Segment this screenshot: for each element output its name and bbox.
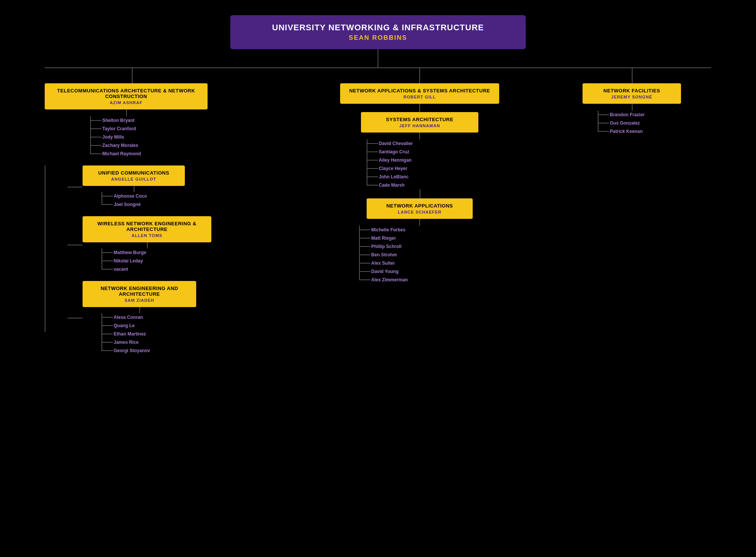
net-eng-name: SAM ZIADEH xyxy=(89,298,190,303)
left-branch: TELECOMMUNICATIONS ARCHITECTURE & NETWOR… xyxy=(45,68,257,355)
staff-item: Quang Le xyxy=(114,321,150,330)
staff-name: Quang Le xyxy=(114,322,134,329)
unified-comm-row: UNIFIED COMMUNICATIONS ANGELLE GUILLOT A… xyxy=(67,165,257,209)
telco-staff-list: Shelton Bryant Taylor Cranford Jody Mill… xyxy=(90,116,141,158)
root-connector-v xyxy=(378,49,378,67)
net-apps-name: LANCE SCHAEFER xyxy=(373,210,467,214)
net-apps-staff-block: Michelle Forbes Matt Rieger Phillip Schr… xyxy=(359,226,408,284)
unified-name: ANGELLE GUILLOT xyxy=(89,177,179,181)
right-drop xyxy=(632,68,633,83)
unified-dept-box: UNIFIED COMMUNICATIONS ANGELLE GUILLOT xyxy=(83,165,185,186)
staff-name: John LeBlanc xyxy=(379,173,409,181)
wireless-staff-drop xyxy=(147,242,148,248)
net-apps-title: NETWORK APPLICATIONS xyxy=(373,203,467,209)
staff-item: Joel Songné xyxy=(114,200,147,209)
staff-item: David Chevalier xyxy=(379,139,413,148)
staff-name: Santiago Cruz xyxy=(379,148,409,156)
telco-dept-box: TELECOMMUNICATIONS ARCHITECTURE & NETWOR… xyxy=(45,83,208,109)
staff-item: Alex Suiter xyxy=(371,259,408,267)
page-wrapper: UNIVERSITY NETWORKING & INFRASTRUCTURE S… xyxy=(11,15,745,355)
to-net-apps-drop xyxy=(420,189,420,198)
telco-staff-block: Shelton Bryant Taylor Cranford Jody Mill… xyxy=(90,116,141,158)
left-rail xyxy=(45,165,45,332)
unified-staff-list: Alphonse Coco Joel Songné xyxy=(102,192,147,209)
sys-arch-col: SYSTEMS ARCHITECTURE JEFF HANNAMAN David… xyxy=(306,112,533,189)
unified-block: UNIFIED COMMUNICATIONS ANGELLE GUILLOT A… xyxy=(83,165,185,209)
net-fac-staff-block: Brandon Frazier Gus Gonzalez Patrick Kee… xyxy=(598,111,645,136)
net-fac-staff-drop xyxy=(632,104,633,111)
staff-item: Alphonse Coco xyxy=(114,192,147,200)
staff-item: Matt Rieger xyxy=(371,234,408,242)
staff-item: Gus Gonzalez xyxy=(610,119,645,127)
staff-item: Matthew Burge xyxy=(114,248,146,257)
staff-item: Ethan Martinez xyxy=(114,330,150,338)
telco-staff-drop xyxy=(126,109,127,116)
staff-item: Alex Zimmerman xyxy=(371,276,408,284)
staff-item: Georgi Stoyanov xyxy=(114,346,150,355)
staff-name: Michael Raymond xyxy=(102,150,141,158)
staff-item: Nikolai Leday xyxy=(114,257,146,265)
staff-name: Shelton Bryant xyxy=(102,117,134,124)
nas-down xyxy=(419,104,420,111)
staff-name: David Chevalier xyxy=(379,140,413,147)
staff-item: Shelton Bryant xyxy=(102,116,141,125)
staff-item: Phillip Schroll xyxy=(371,242,408,251)
staff-item: vacant xyxy=(114,265,146,273)
wireless-block: WIRELESS NETWORK ENGINEERING & ARCHITECT… xyxy=(83,216,211,273)
staff-name: James Rice xyxy=(114,339,139,346)
net-eng-dept-box: NETWORK ENGINEERING AND ARCHITECTURE SAM… xyxy=(83,281,196,307)
sys-arch-staff-list: David Chevalier Santiago Cruz Ailey Henn… xyxy=(367,139,413,189)
staff-name: Cade Marsh xyxy=(379,181,405,189)
root-area: UNIVERSITY NETWORKING & INFRASTRUCTURE S… xyxy=(230,15,526,67)
nas-dept-title: NETWORK APPLICATIONS & SYSTEMS ARCHITECT… xyxy=(346,88,493,94)
mid-drop xyxy=(419,68,420,83)
net-eng-row: NETWORK ENGINEERING AND ARCHITECTURE SAM… xyxy=(67,281,257,355)
page-content: UNIVERSITY NETWORKING & INFRASTRUCTURE S… xyxy=(11,15,745,355)
telco-staff-vbar xyxy=(90,116,91,154)
net-fac-staff-list: Brandon Frazier Gus Gonzalez Patrick Kee… xyxy=(598,111,645,136)
net-apps-col: NETWORK APPLICATIONS LANCE SCHAEFER Mich… xyxy=(306,198,533,284)
staff-name: vacant xyxy=(114,265,128,273)
root-title: UNIVERSITY NETWORKING & INFRASTRUCTURE xyxy=(246,23,510,33)
sys-arch-box: SYSTEMS ARCHITECTURE JEFF HANNAMAN xyxy=(361,112,478,133)
staff-item: Ailey Hennigan xyxy=(379,156,413,164)
net-eng-staff-list: Alexa Conran Quang Le Ethan Martinez Jam… xyxy=(102,313,150,355)
staff-name: Alphonse Coco xyxy=(114,192,147,200)
staff-item: John LeBlanc xyxy=(379,173,413,181)
staff-name: Matt Rieger xyxy=(371,234,396,242)
staff-item: James Rice xyxy=(114,338,150,346)
staff-item: Santiago Cruz xyxy=(379,148,413,156)
net-fac-name: JEREMY SONGNÉ xyxy=(589,95,675,99)
staff-name: David Young xyxy=(371,268,398,275)
sys-arch-staff-block: David Chevalier Santiago Cruz Ailey Henn… xyxy=(367,139,413,189)
staff-name: Phillip Schroll xyxy=(371,243,401,250)
staff-name: Georgi Stoyanov xyxy=(114,347,150,354)
mid-sub-depts: SYSTEMS ARCHITECTURE JEFF HANNAMAN David… xyxy=(306,112,533,284)
net-eng-h-connector xyxy=(67,318,83,318)
left-drop xyxy=(132,68,133,83)
wireless-staff-block: Matthew Burge Nikolai Leday vacant xyxy=(102,248,146,273)
wireless-title: WIRELESS NETWORK ENGINEERING & ARCHITECT… xyxy=(89,221,205,232)
sys-arch-drop xyxy=(419,133,420,139)
net-fac-title: NETWORK FACILITIES xyxy=(589,88,675,94)
sys-arch-vbar xyxy=(367,139,367,185)
sys-arch-name: JEFF HANNAMAN xyxy=(367,123,472,128)
staff-name: Brandon Frazier xyxy=(610,111,645,119)
staff-name: Alexa Conran xyxy=(114,314,143,321)
wireless-vbar xyxy=(102,248,102,269)
right-branch: NETWORK FACILITIES JEREMY SONGNÉ Brandon… xyxy=(583,68,711,136)
root-name: SEAN ROBBINS xyxy=(246,34,510,42)
net-eng-staff-block: Alexa Conran Quang Le Ethan Martinez Jam… xyxy=(102,313,150,355)
nas-dept-name: ROBERT GILL xyxy=(346,95,493,99)
unified-vbar xyxy=(102,192,102,204)
wireless-name: ALLEN TOMS xyxy=(89,233,205,238)
staff-item: Clayce Heyer xyxy=(379,164,413,173)
staff-item: Jody Mills xyxy=(102,133,141,141)
net-fac-box: NETWORK FACILITIES JEREMY SONGNÉ xyxy=(583,83,681,104)
wireless-h-connector xyxy=(67,245,83,245)
staff-name: Michelle Forbes xyxy=(371,226,406,234)
staff-item: Ben Strohm xyxy=(371,251,408,259)
left-sub-depts: UNIFIED COMMUNICATIONS ANGELLE GUILLOT A… xyxy=(45,165,257,355)
top-h-bar xyxy=(45,67,711,68)
net-apps-staff-list: Michelle Forbes Matt Rieger Phillip Schr… xyxy=(359,226,408,284)
